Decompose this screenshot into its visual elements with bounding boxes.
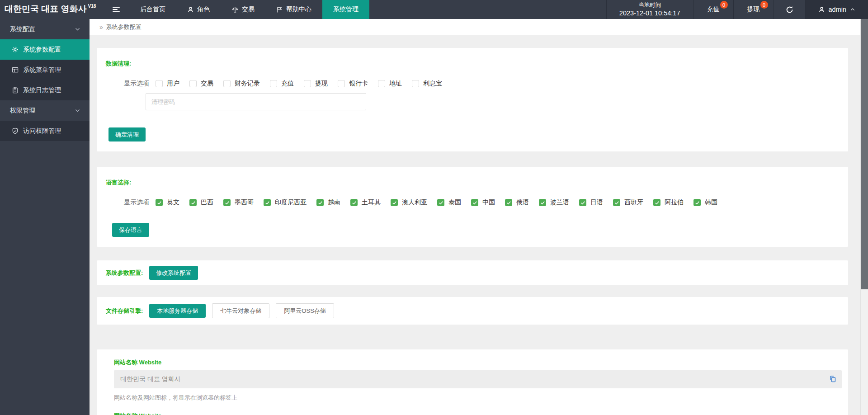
language-option-checkbox[interactable]: 俄语 bbox=[505, 198, 529, 207]
system-config-card: 系统参数配置: 修改系统配置 bbox=[97, 260, 848, 285]
checkbox-checked-icon bbox=[189, 199, 197, 206]
language-option-checkbox[interactable]: 韩国 bbox=[693, 198, 717, 207]
nav-label: 帮助中心 bbox=[286, 5, 311, 14]
language-option-checkbox[interactable]: 泰国 bbox=[437, 198, 461, 207]
recharge-button[interactable]: 充值 0 bbox=[693, 0, 733, 19]
storage-alioss-button[interactable]: 阿里云OSS存储 bbox=[276, 303, 334, 318]
website-name-input[interactable] bbox=[114, 370, 842, 388]
language-option-checkbox[interactable]: 澳大利亚 bbox=[391, 198, 427, 207]
withdraw-button[interactable]: 提现 0 bbox=[733, 0, 774, 19]
checkbox-label: 地址 bbox=[389, 80, 402, 88]
language-option-checkbox[interactable]: 巴西 bbox=[189, 198, 213, 207]
options-row-label: 显示选项 bbox=[124, 80, 149, 88]
website-name-help: 网站名称及网站图标，将显示在浏览器的标签上 bbox=[114, 394, 842, 402]
language-option-checkbox[interactable]: 印度尼西亚 bbox=[264, 198, 307, 207]
language-option-checkbox[interactable]: 西班牙 bbox=[613, 198, 643, 207]
checkbox-unchecked-icon bbox=[270, 80, 277, 87]
person-icon bbox=[187, 6, 194, 13]
checkbox-checked-icon bbox=[391, 199, 398, 206]
sidebar-group-permissions[interactable]: 权限管理 bbox=[0, 100, 90, 121]
checkbox-label: 中国 bbox=[482, 198, 495, 207]
clean-option-checkbox[interactable]: 提现 bbox=[304, 80, 328, 88]
withdraw-badge: 0 bbox=[760, 1, 768, 9]
page-scrollbar[interactable] bbox=[860, 19, 868, 415]
checkbox-label: 越南 bbox=[328, 198, 340, 207]
withdraw-label: 提现 bbox=[747, 5, 760, 14]
save-language-button[interactable]: 保存语言 bbox=[112, 223, 149, 237]
website-name-label: 网站名称 Website bbox=[114, 358, 842, 367]
refresh-button[interactable] bbox=[774, 0, 805, 19]
checkbox-checked-icon bbox=[264, 199, 271, 206]
checkbox-label: 阿拉伯 bbox=[665, 198, 684, 207]
sidebar-item-access-permission[interactable]: 访问权限管理 bbox=[0, 121, 90, 141]
website-name-field-wrap bbox=[114, 370, 842, 388]
checkbox-label: 俄语 bbox=[516, 198, 529, 207]
language-option-checkbox[interactable]: 墨西哥 bbox=[223, 198, 254, 207]
sidebar-group-system-config[interactable]: 系统配置 bbox=[0, 19, 90, 39]
checkbox-checked-icon bbox=[539, 199, 546, 206]
modify-system-config-button[interactable]: 修改系统配置 bbox=[149, 266, 198, 280]
nav-item-dashboard[interactable]: 后台首页 bbox=[129, 0, 176, 19]
clean-option-checkbox[interactable]: 充值 bbox=[270, 80, 294, 88]
clean-option-checkbox[interactable]: 地址 bbox=[378, 80, 402, 88]
user-icon bbox=[818, 6, 825, 13]
breadcrumb: » 系统参数配置 bbox=[90, 19, 868, 35]
nav-label: 角色 bbox=[197, 5, 210, 14]
checkbox-unchecked-icon bbox=[189, 80, 197, 87]
clean-option-checkbox[interactable]: 交易 bbox=[189, 80, 213, 88]
checkbox-checked-icon bbox=[471, 199, 478, 206]
nav-item-transactions[interactable]: 交易 bbox=[221, 0, 265, 19]
clipboard-icon bbox=[12, 87, 19, 94]
checkbox-unchecked-icon bbox=[338, 80, 345, 87]
storage-local-button[interactable]: 本地服务器存储 bbox=[149, 304, 206, 318]
language-options-row: 显示选项 英文 巴西 bbox=[124, 198, 839, 207]
clean-password-input[interactable] bbox=[146, 93, 366, 110]
checkbox-label: 波兰语 bbox=[550, 198, 569, 207]
checkbox-label: 巴西 bbox=[201, 198, 213, 207]
nav-item-system-management[interactable]: 系统管理 bbox=[322, 0, 369, 19]
nav-item-help-center[interactable]: 帮助中心 bbox=[265, 0, 322, 19]
chevron-down-icon bbox=[75, 108, 80, 113]
sidebar-item-label: 系统参数配置 bbox=[23, 46, 61, 54]
sidebar-toggle-button[interactable] bbox=[103, 0, 129, 19]
clean-option-checkbox[interactable]: 用户 bbox=[156, 80, 179, 88]
scales-icon bbox=[231, 6, 239, 13]
language-option-checkbox[interactable]: 越南 bbox=[316, 198, 340, 207]
website-settings-card: 网站名称 Website 网站名称及网站图标，将显示在浏览器的标签上 网站名称 … bbox=[97, 349, 848, 415]
language-option-checkbox[interactable]: 土耳其 bbox=[350, 198, 381, 207]
checkbox-checked-icon bbox=[653, 199, 660, 206]
sidebar-item-label: 系统菜单管理 bbox=[23, 66, 61, 74]
language-option-checkbox[interactable]: 英文 bbox=[156, 198, 179, 207]
sidebar: 系统配置 系统参数配置 系统菜单管理 系统日志管理 权限管理 访问权限管理 bbox=[0, 19, 90, 415]
checkbox-checked-icon bbox=[505, 199, 512, 206]
username: admin bbox=[829, 6, 847, 13]
sidebar-item-system-params[interactable]: 系统参数配置 bbox=[0, 39, 90, 60]
checkbox-unchecked-icon bbox=[412, 80, 419, 87]
copy-button[interactable] bbox=[829, 375, 836, 384]
sidebar-item-label: 访问权限管理 bbox=[23, 127, 61, 135]
nav-label: 系统管理 bbox=[333, 5, 359, 14]
clean-option-checkbox[interactable]: 利息宝 bbox=[412, 80, 442, 88]
sidebar-item-system-menu[interactable]: 系统菜单管理 bbox=[0, 60, 90, 80]
language-option-checkbox[interactable]: 中国 bbox=[471, 198, 495, 207]
flag-icon bbox=[276, 6, 283, 13]
sidebar-item-system-logs[interactable]: 系统日志管理 bbox=[0, 80, 90, 100]
checkbox-checked-icon bbox=[613, 199, 620, 206]
nav-item-roles[interactable]: 角色 bbox=[176, 0, 221, 19]
user-menu[interactable]: admin bbox=[805, 0, 868, 19]
confirm-clean-button[interactable]: 确定清理 bbox=[108, 127, 146, 141]
sidebar-group-label: 权限管理 bbox=[10, 107, 35, 115]
checkbox-unchecked-icon bbox=[304, 80, 311, 87]
copy-icon bbox=[829, 375, 836, 382]
clean-option-checkbox[interactable]: 银行卡 bbox=[338, 80, 368, 88]
local-time-label: 当地时间 bbox=[638, 1, 661, 9]
language-option-checkbox[interactable]: 波兰语 bbox=[539, 198, 569, 207]
language-option-checkbox[interactable]: 阿拉伯 bbox=[653, 198, 684, 207]
shield-check-icon bbox=[12, 127, 19, 134]
scrollbar-thumb[interactable] bbox=[861, 19, 868, 289]
clean-option-checkbox[interactable]: 财务记录 bbox=[223, 80, 260, 88]
logo-text: 대한민국 대표 영화사 bbox=[5, 3, 87, 15]
checkbox-label: 泰国 bbox=[448, 198, 461, 207]
storage-qiniu-button[interactable]: 七牛云对象存储 bbox=[212, 303, 269, 318]
language-option-checkbox[interactable]: 日语 bbox=[579, 198, 603, 207]
